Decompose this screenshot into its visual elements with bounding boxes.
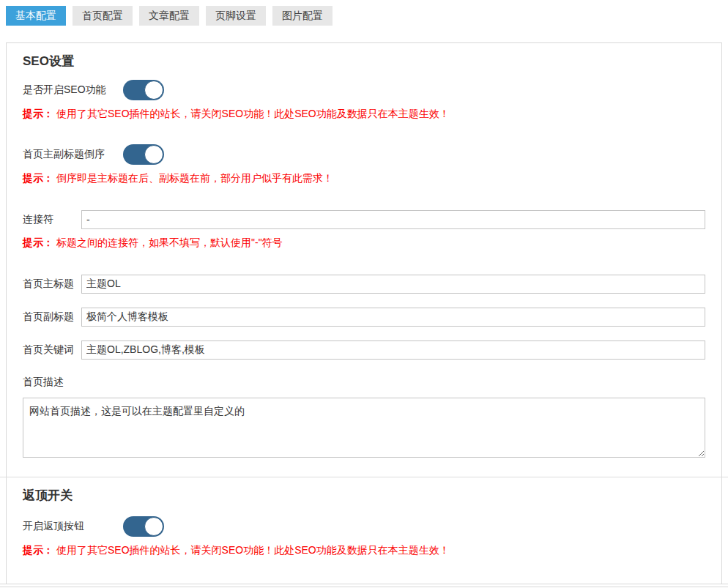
config-panel: SEO设置 是否开启SEO功能 提示：使用了其它SEO插件的站长，请关闭SEO功… (6, 42, 722, 584)
connector-input[interactable] (81, 210, 705, 229)
hint-prefix: 提示： (23, 108, 53, 119)
main-title-label: 首页主标题 (23, 278, 81, 291)
back-top-enable-row: 开启返顶按钮 (23, 516, 705, 537)
subtitle-label: 首页副标题 (23, 310, 81, 324)
hint-text: 使用了其它SEO插件的站长，请关闭SEO功能！此处SEO功能及数据只在本主题生效… (56, 544, 450, 556)
toggle-knob (144, 81, 163, 100)
back-top-toggle[interactable] (123, 516, 164, 537)
seo-section-title: SEO设置 (23, 53, 705, 70)
hint-text: 使用了其它SEO插件的站长，请关闭SEO功能！此处SEO功能及数据只在本主题生效… (56, 108, 450, 119)
page-bottom-divider (0, 587, 728, 587)
tab-footer-config[interactable]: 页脚设置 (206, 6, 266, 26)
hint-prefix: 提示： (23, 172, 53, 184)
keywords-row: 首页关键词 (23, 340, 705, 360)
keywords-label: 首页关键词 (23, 343, 81, 357)
tab-basic-config[interactable]: 基本配置 (6, 6, 66, 26)
seo-enable-row: 是否开启SEO功能 (23, 80, 705, 100)
toggle-knob (144, 517, 163, 536)
connector-hint: 提示：标题之间的连接符，如果不填写，默认使用"-"符号 (23, 236, 705, 250)
subtitle-input[interactable] (81, 308, 705, 327)
description-textarea[interactable]: 网站首页描述，这是可以在主题配置里自定义的 (23, 398, 705, 458)
title-reverse-row: 首页主副标题倒序 (23, 144, 705, 165)
description-label: 首页描述 (23, 376, 705, 389)
seo-enable-toggle[interactable] (123, 80, 164, 100)
main-title-input[interactable] (81, 275, 705, 294)
connector-label: 连接符 (23, 213, 81, 226)
config-tabs: 基本配置 首页配置 文章配置 页脚设置 图片配置 (0, 0, 728, 26)
title-reverse-hint: 提示：倒序即是主标题在后、副标题在前，部分用户似乎有此需求！ (23, 171, 705, 185)
hint-text: 倒序即是主标题在后、副标题在前，部分用户似乎有此需求！ (56, 172, 333, 184)
main-title-row: 首页主标题 (23, 275, 705, 294)
section-divider (0, 477, 728, 477)
seo-enable-label: 是否开启SEO功能 (23, 83, 123, 97)
back-top-hint: 提示：使用了其它SEO插件的站长，请关闭SEO功能！此处SEO功能及数据只在本主… (23, 543, 705, 557)
keywords-input[interactable] (81, 340, 705, 360)
tab-article-config[interactable]: 文章配置 (139, 6, 199, 26)
title-reverse-toggle[interactable] (123, 144, 164, 165)
connector-row: 连接符 (23, 210, 705, 229)
hint-prefix: 提示： (23, 237, 53, 248)
tab-home-config[interactable]: 首页配置 (73, 6, 133, 26)
subtitle-row: 首页副标题 (23, 308, 705, 327)
back-top-enable-label: 开启返顶按钮 (23, 520, 123, 533)
toggle-knob (144, 145, 163, 164)
tab-image-config[interactable]: 图片配置 (272, 6, 333, 26)
hint-prefix: 提示： (23, 544, 53, 556)
seo-enable-hint: 提示：使用了其它SEO插件的站长，请关闭SEO功能！此处SEO功能及数据只在本主… (23, 107, 705, 121)
hint-text: 标题之间的连接符，如果不填写，默认使用"-"符号 (56, 237, 283, 248)
back-top-section-title: 返顶开关 (23, 488, 705, 504)
title-reverse-label: 首页主副标题倒序 (23, 148, 123, 161)
